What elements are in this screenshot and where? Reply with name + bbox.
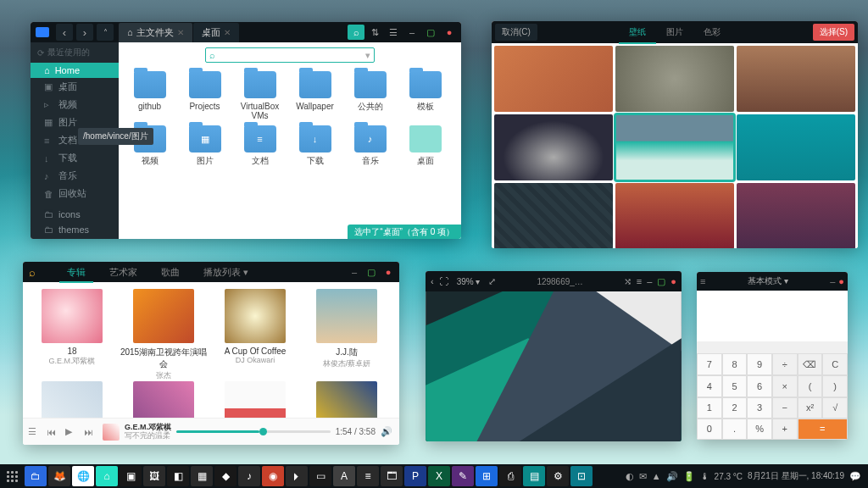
taskbar-app-icon[interactable]: ▦: [191, 466, 213, 486]
sidebar-item[interactable]: ♪音乐: [31, 167, 119, 185]
sidebar-bookmark[interactable]: 🗀.icons: [31, 237, 119, 239]
menu-icon[interactable]: ≡: [637, 276, 642, 286]
back-icon[interactable]: ‹: [431, 276, 434, 286]
taskbar-app-icon[interactable]: ♪: [238, 466, 260, 486]
calc-key[interactable]: 2: [722, 397, 748, 419]
cancel-button[interactable]: 取消(C): [495, 24, 537, 41]
taskbar-app-icon[interactable]: 🗔: [381, 466, 403, 486]
taskbar-app-icon[interactable]: ⎙: [499, 466, 521, 486]
menu-button[interactable]: ≡: [700, 276, 705, 286]
sidebar-item[interactable]: ▹视频: [31, 96, 119, 114]
tray-temp-icon[interactable]: 🌡: [700, 471, 709, 481]
fm-tab[interactable]: 桌面 ✕: [193, 23, 239, 42]
volume-icon[interactable]: 🔊: [381, 426, 394, 437]
calc-key[interactable]: 0: [697, 419, 722, 440]
taskbar-app-icon[interactable]: ▤: [523, 466, 545, 486]
calc-key[interactable]: 9: [747, 353, 772, 375]
sort-icon[interactable]: ⇅: [366, 25, 383, 40]
zoom-display[interactable]: 39% ▾: [453, 277, 484, 286]
calc-key[interactable]: x²: [798, 397, 823, 419]
shuffle-icon[interactable]: ⤭: [624, 276, 632, 287]
taskbar-app-icon[interactable]: ◉: [262, 466, 284, 486]
file-item[interactable]: github: [122, 71, 177, 120]
fm-tab[interactable]: ⌂ 主文件夹 ✕: [119, 23, 192, 42]
select-button[interactable]: 选择(S): [813, 24, 854, 41]
calc-key[interactable]: 8: [722, 353, 748, 375]
sidebar-item[interactable]: ▣桌面: [31, 78, 119, 96]
file-item[interactable]: 桌面: [398, 125, 453, 165]
taskbar-app-icon[interactable]: ✎: [452, 466, 474, 486]
music-tab[interactable]: 专辑: [55, 262, 97, 283]
album-item[interactable]: [209, 381, 301, 418]
wallpaper-tab[interactable]: 壁纸: [619, 21, 656, 44]
wallpaper-thumbnail[interactable]: [615, 46, 734, 112]
close-button[interactable]: ●: [835, 276, 844, 286]
music-tab[interactable]: 歌曲: [149, 262, 192, 283]
sidebar-bookmark[interactable]: 🗀icons: [31, 207, 119, 222]
taskbar-app-icon[interactable]: ▣: [120, 466, 142, 486]
calc-key[interactable]: 3: [747, 397, 772, 419]
calc-key[interactable]: =: [798, 419, 848, 440]
taskbar-app-icon[interactable]: ⊡: [570, 466, 593, 486]
next-button[interactable]: ⏭: [84, 427, 97, 437]
calc-key[interactable]: .: [722, 419, 748, 440]
back-button[interactable]: ‹: [56, 24, 73, 41]
sidebar-item[interactable]: ≡文档: [31, 131, 119, 149]
calc-key[interactable]: %: [747, 419, 772, 440]
tray-volume-icon[interactable]: 🔊: [666, 471, 678, 482]
resize-icon[interactable]: ⤢: [488, 276, 496, 287]
sidebar-home[interactable]: ⌂ Home: [31, 63, 119, 78]
file-item[interactable]: 公共的: [342, 71, 398, 120]
prev-button[interactable]: ⏮: [47, 427, 60, 437]
file-item[interactable]: VirtualBox VMs: [232, 71, 287, 120]
calc-key[interactable]: ⌫: [798, 353, 823, 375]
taskbar-app-icon[interactable]: ≡: [357, 466, 379, 486]
taskbar-app-icon[interactable]: A: [333, 466, 355, 486]
wallpaper-tab[interactable]: 图片: [656, 21, 693, 44]
play-button[interactable]: ▶: [65, 426, 79, 437]
calc-key[interactable]: C: [822, 353, 848, 375]
taskbar-app-icon[interactable]: 🖼: [143, 466, 165, 486]
close-button[interactable]: ●: [670, 276, 676, 286]
wallpaper-thumbnail[interactable]: [615, 183, 734, 248]
calc-key[interactable]: ): [822, 375, 848, 396]
notifications-icon[interactable]: 💬: [849, 471, 861, 482]
calc-key[interactable]: +: [772, 419, 798, 440]
minimize-button[interactable]: –: [403, 25, 420, 40]
taskbar-app-icon[interactable]: 🦊: [48, 466, 70, 486]
music-tab[interactable]: 艺术家: [97, 262, 149, 283]
sidebar-item[interactable]: ▦图片: [31, 114, 119, 131]
taskbar-app-icon[interactable]: ⚙: [547, 466, 569, 486]
album-item[interactable]: 2015湖南卫视跨年演唱会张杰: [118, 289, 209, 381]
wallpaper-thumbnail[interactable]: [737, 114, 855, 180]
tray-battery-icon[interactable]: 🔋: [683, 471, 695, 482]
progress-bar[interactable]: [176, 430, 331, 433]
file-item[interactable]: Wallpaper: [287, 71, 342, 120]
taskbar-app-icon[interactable]: X: [428, 466, 450, 486]
wallpaper-tab[interactable]: 色彩: [693, 21, 731, 44]
search-icon[interactable]: ⌕: [23, 266, 42, 279]
album-item[interactable]: 18G.E.M.邓紫棋: [26, 289, 118, 381]
minimize-button[interactable]: –: [347, 267, 362, 278]
wallpaper-thumbnail[interactable]: [615, 114, 734, 180]
apps-menu-button[interactable]: [0, 464, 24, 488]
calc-key[interactable]: 5: [722, 375, 748, 396]
wallpaper-thumbnail[interactable]: [494, 183, 613, 248]
taskbar-app-icon[interactable]: ⊞: [476, 466, 498, 486]
close-button[interactable]: ●: [441, 25, 458, 40]
album-item[interactable]: [118, 381, 209, 418]
calc-key[interactable]: 6: [747, 375, 772, 396]
wallpaper-thumbnail[interactable]: [494, 46, 613, 112]
file-item[interactable]: Projects: [177, 71, 232, 120]
calc-key[interactable]: 1: [697, 397, 722, 419]
album-item[interactable]: [26, 381, 118, 418]
calc-key[interactable]: ×: [772, 375, 798, 396]
date-time-display[interactable]: 8月21日 星期一, 18:40:19: [748, 470, 844, 482]
wallpaper-thumbnail[interactable]: [737, 183, 855, 248]
taskbar-app-icon[interactable]: ⏵: [286, 466, 308, 486]
file-item[interactable]: ≡文档: [232, 125, 287, 165]
maximize-button[interactable]: ▢: [364, 267, 379, 278]
wallpaper-thumbnail[interactable]: [494, 114, 613, 180]
up-button[interactable]: ˄: [97, 24, 114, 41]
sidebar-item[interactable]: ↓下载: [31, 149, 119, 167]
